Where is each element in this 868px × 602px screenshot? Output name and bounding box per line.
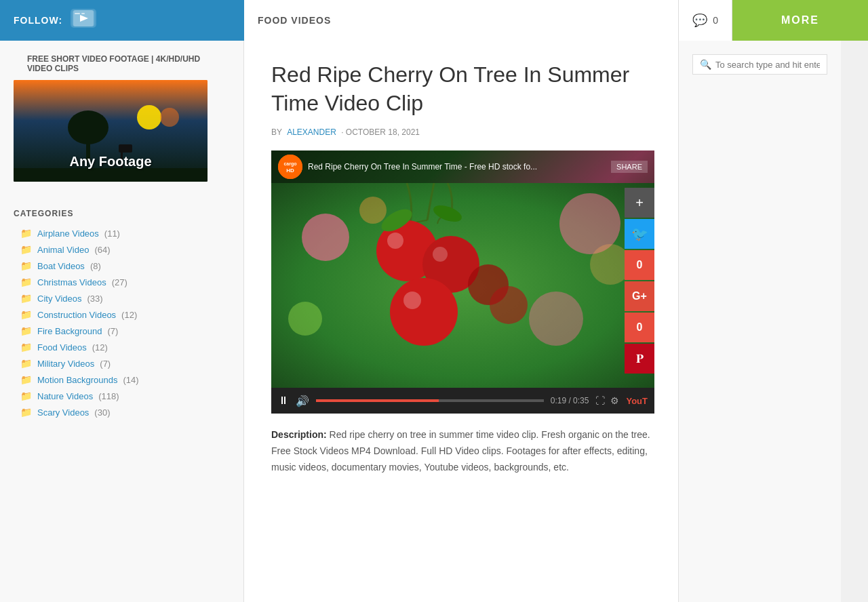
fullscreen-icon[interactable]: ⛶ <box>595 395 605 406</box>
svg-point-25 <box>433 247 448 262</box>
svg-point-32 <box>278 155 302 179</box>
share-plus-button[interactable]: + <box>625 188 654 218</box>
pause-button[interactable]: ⏸ <box>278 395 289 407</box>
channel-logo: cargo HD <box>278 155 302 179</box>
by-label: BY <box>271 127 284 137</box>
article-meta: BY ALEXANDER · OCTOBER 18, 2021 <box>271 127 651 137</box>
cat-name: City Videos <box>37 294 82 304</box>
folder-icon: 📁 <box>20 325 32 336</box>
sidebar-item-boat-videos[interactable]: 📁Boat Videos(8) <box>0 258 243 274</box>
cat-name: Animal Video <box>37 245 89 255</box>
share-sidebar: + 🐦 0 G+ 0 𝐏 <box>625 188 654 374</box>
folder-icon: 📁 <box>20 358 32 369</box>
youtube-icon[interactable] <box>71 9 96 33</box>
folder-icon: 📁 <box>20 277 32 287</box>
more-button[interactable]: MORE <box>732 0 868 41</box>
share-label[interactable]: SHARE <box>611 161 648 173</box>
sidebar-item-scary-videos[interactable]: 📁Scary Videos(30) <box>0 404 243 420</box>
top-bar: FOLLOW: FOOD VIDEOS 💬 0 MORE <box>0 0 868 41</box>
folder-icon: 📁 <box>20 342 32 353</box>
cat-count: (118) <box>98 391 119 401</box>
cat-name: Military Videos <box>37 359 94 369</box>
comment-icon: 💬 <box>692 13 707 28</box>
follow-label: FOLLOW: <box>14 15 62 26</box>
comment-count-section: 💬 0 <box>679 0 732 41</box>
share-twitter-button[interactable]: 🐦 <box>625 219 654 249</box>
cat-count: (30) <box>94 407 110 418</box>
sidebar-item-food-videos[interactable]: 📁Food Videos(12) <box>0 339 243 355</box>
right-sidebar: 🔍 <box>678 41 841 602</box>
cat-count: (64) <box>94 245 110 255</box>
svg-point-6 <box>137 105 161 129</box>
svg-point-31 <box>490 286 528 324</box>
sidebar-ad: FREE SHORT VIDEO FOOTAGE | 4K/HD/UHD VID… <box>0 54 243 195</box>
share-google-button[interactable]: G+ <box>625 281 654 311</box>
search-icon: 🔍 <box>700 59 711 70</box>
ctrl-icons: ⛶ ⚙ <box>595 395 619 406</box>
description-label: Description: <box>271 429 327 440</box>
folder-icon: 📁 <box>20 244 32 255</box>
svg-rect-4 <box>81 13 85 14</box>
progress-fill <box>316 399 439 402</box>
svg-point-27 <box>403 292 421 309</box>
video-header: cargo HD Red Ripe Cherry On Tree In Summ… <box>271 150 654 183</box>
follow-section: FOLLOW: <box>0 0 244 41</box>
svg-text:cargo: cargo <box>283 161 296 167</box>
sidebar-item-city-videos[interactable]: 📁City Videos(33) <box>0 290 243 306</box>
cat-count: (14) <box>123 375 139 385</box>
layout: FREE SHORT VIDEO FOOTAGE | 4K/HD/UHD VID… <box>0 41 868 602</box>
sidebar-item-motion-backgrounds[interactable]: 📁Motion Backgrounds(14) <box>0 372 243 388</box>
folder-icon: 📁 <box>20 374 32 385</box>
folder-icon: 📁 <box>20 407 32 418</box>
article-title: Red Ripe Cherry On Tree In Summer Time V… <box>271 61 651 117</box>
sidebar-item-animal-video[interactable]: 📁Animal Video(64) <box>0 241 243 258</box>
cat-count: (7) <box>100 359 111 369</box>
cat-name: Fire Background <box>37 326 102 336</box>
cat-count: (7) <box>107 326 118 336</box>
share-count-2: 0 <box>625 313 654 342</box>
time-display: 0:19 / 0:35 <box>551 396 589 405</box>
volume-button[interactable]: 🔊 <box>296 395 309 407</box>
sidebar-item-fire-background[interactable]: 📁Fire Background(7) <box>0 323 243 339</box>
cat-name: Food Videos <box>37 342 87 353</box>
svg-point-15 <box>302 214 349 261</box>
footage-image-link[interactable]: Any Footage <box>14 80 208 182</box>
cat-count: (8) <box>90 261 101 271</box>
sidebar-item-construction-videos[interactable]: 📁Construction Videos(12) <box>0 306 243 323</box>
search-box: 🔍 <box>692 54 827 75</box>
author-link[interactable]: ALEXANDER <box>287 127 336 137</box>
cat-name: Motion Backgrounds <box>37 375 118 385</box>
search-input[interactable] <box>715 60 820 70</box>
sidebar-item-military-videos[interactable]: 📁Military Videos(7) <box>0 355 243 372</box>
video-player: cargo HD Red Ripe Cherry On Tree In Summ… <box>271 150 654 388</box>
description-section: Description: Red ripe cherry on tree in … <box>271 427 651 475</box>
progress-bar[interactable] <box>316 399 544 402</box>
sidebar-item-christmas-videos[interactable]: 📁Christmas Videos(27) <box>0 274 243 290</box>
sidebar-item-nature-videos[interactable]: 📁Nature Videos(118) <box>0 388 243 404</box>
main-content: Red Ripe Cherry On Tree In Summer Time V… <box>244 41 678 602</box>
folder-icon: 📁 <box>20 293 32 304</box>
food-videos-label: FOOD VIDEOS <box>244 0 679 41</box>
cat-name: Christmas Videos <box>37 277 106 287</box>
share-pinterest-button[interactable]: 𝐏 <box>625 344 654 374</box>
youtube-logo: YouT <box>626 396 648 406</box>
sidebar-headline: FREE SHORT VIDEO FOOTAGE | 4K/HD/UHD VID… <box>14 54 230 80</box>
cat-count: (33) <box>87 294 103 304</box>
comment-count: 0 <box>713 15 718 26</box>
categories-list: 📁Airplane Videos(11)📁Animal Video(64)📁Bo… <box>0 225 243 420</box>
folder-icon: 📁 <box>20 309 32 320</box>
sidebar-item-airplane-videos[interactable]: 📁Airplane Videos(11) <box>0 225 243 241</box>
footage-image-text: Any Footage <box>14 154 208 169</box>
svg-point-8 <box>68 111 108 144</box>
folder-icon: 📁 <box>20 390 32 401</box>
settings-icon[interactable]: ⚙ <box>610 395 619 406</box>
svg-point-26 <box>390 278 458 346</box>
svg-rect-13 <box>14 168 208 182</box>
cat-count: (11) <box>104 228 120 239</box>
video-controls: ⏸ 🔊 0:19 / 0:35 ⛶ ⚙ YouT <box>271 388 654 414</box>
categories-section: CATEGORIES 📁Airplane Videos(11)📁Animal V… <box>0 195 243 427</box>
video-title-overlay: Red Ripe Cherry On Tree In Summer Time -… <box>308 162 606 172</box>
svg-point-7 <box>160 108 179 127</box>
cat-name: Boat Videos <box>37 261 85 271</box>
svg-rect-10 <box>119 144 132 153</box>
